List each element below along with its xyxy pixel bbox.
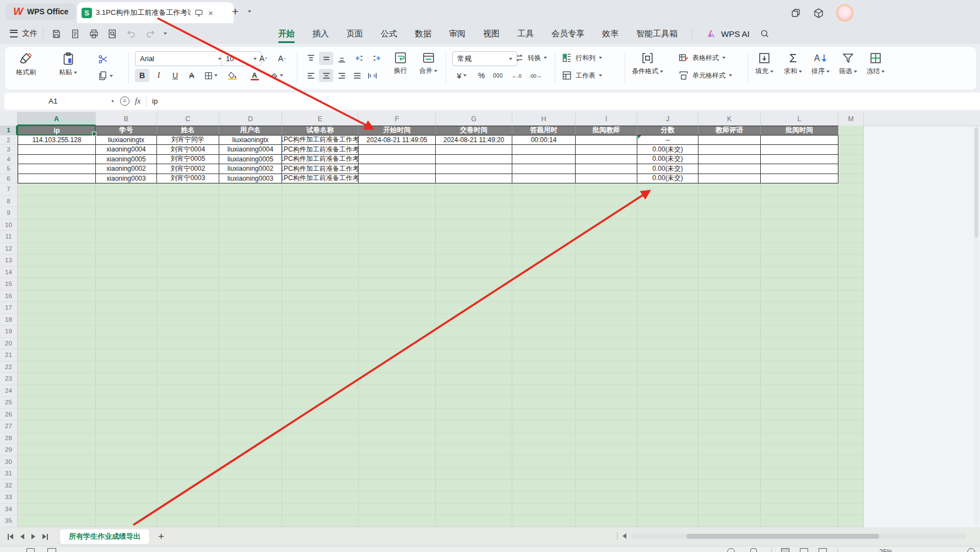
cell-G15[interactable] xyxy=(436,278,512,290)
cell-J11[interactable] xyxy=(637,231,699,243)
cell-G11[interactable] xyxy=(436,231,512,243)
cell-B3[interactable]: xiaoning0004 xyxy=(96,145,157,155)
cell-I25[interactable] xyxy=(576,397,637,409)
cell-A32[interactable] xyxy=(18,480,96,492)
cell-E31[interactable] xyxy=(282,468,359,480)
row-header-14[interactable]: 14 xyxy=(0,267,18,279)
row-header-16[interactable]: 16 xyxy=(0,290,18,302)
row-header-28[interactable]: 28 xyxy=(0,432,18,445)
cell-A11[interactable] xyxy=(18,231,96,243)
cell-G24[interactable] xyxy=(436,385,512,397)
cell-A22[interactable] xyxy=(18,361,96,374)
cell-G25[interactable] xyxy=(436,397,512,409)
row-header-21[interactable]: 21 xyxy=(0,349,18,361)
cell-K30[interactable] xyxy=(699,456,761,468)
cell-C17[interactable] xyxy=(157,302,219,314)
cell-H29[interactable] xyxy=(512,444,576,456)
cell-E30[interactable] xyxy=(282,456,359,468)
align-right-icon[interactable] xyxy=(334,69,349,82)
cell-I34[interactable] xyxy=(576,504,637,516)
cell-B14[interactable] xyxy=(96,267,157,279)
cell-A24[interactable] xyxy=(18,385,96,397)
cell-D26[interactable] xyxy=(219,409,282,421)
cell-H20[interactable] xyxy=(512,338,576,350)
row-header-8[interactable]: 8 xyxy=(0,196,18,208)
cell-B1[interactable]: 学号 xyxy=(96,126,157,136)
cell-J24[interactable] xyxy=(637,385,699,397)
decrease-indent-icon[interactable] xyxy=(352,52,366,65)
cell-C11[interactable] xyxy=(157,231,219,243)
cell-C30[interactable] xyxy=(157,456,219,468)
cell-B19[interactable] xyxy=(96,326,157,338)
sum-button[interactable]: Σ 求和 xyxy=(784,51,802,76)
cell-C19[interactable] xyxy=(157,326,219,338)
cell-L34[interactable] xyxy=(761,504,838,516)
select-all-corner[interactable] xyxy=(0,112,18,126)
cell-H22[interactable] xyxy=(512,361,576,374)
cell-B18[interactable] xyxy=(96,314,157,326)
zoom-level[interactable]: 25% xyxy=(879,548,892,552)
cell-F26[interactable] xyxy=(359,409,436,421)
cell-I4[interactable] xyxy=(576,155,637,165)
cell-H11[interactable] xyxy=(512,231,576,243)
cell-I18[interactable] xyxy=(576,314,637,326)
row-header-12[interactable]: 12 xyxy=(0,243,18,255)
cell-M5[interactable] xyxy=(838,164,864,174)
cell-E21[interactable] xyxy=(282,349,359,361)
menu-tab-效率[interactable]: 效率 xyxy=(593,23,627,44)
view-break-icon[interactable] xyxy=(819,548,827,552)
cell-H33[interactable] xyxy=(512,491,576,504)
cell-B8[interactable] xyxy=(96,196,157,208)
align-center-icon[interactable] xyxy=(319,69,333,82)
cell-B26[interactable] xyxy=(96,409,157,421)
cell-C5[interactable]: 刘宵宁0002 xyxy=(157,164,219,174)
cell-E24[interactable] xyxy=(282,385,359,397)
cell-M4[interactable] xyxy=(838,155,864,165)
cell-F28[interactable] xyxy=(359,432,436,445)
cell-J12[interactable] xyxy=(637,243,699,255)
cell-F7[interactable] xyxy=(359,183,436,196)
cell-B31[interactable] xyxy=(96,468,157,480)
cell-L20[interactable] xyxy=(761,338,838,350)
cell-M15[interactable] xyxy=(838,278,864,290)
cell-C34[interactable] xyxy=(157,504,219,516)
cell-E2[interactable]: 3.1PC构件加工前准备工作考试 xyxy=(282,136,359,145)
cell-L15[interactable] xyxy=(761,278,838,290)
underline-button[interactable]: U xyxy=(168,69,182,82)
column-header-G[interactable]: G xyxy=(436,112,512,126)
cell-I3[interactable] xyxy=(576,145,637,155)
cell-M31[interactable] xyxy=(838,468,864,480)
increase-decimal-button[interactable]: .00→ xyxy=(528,69,543,82)
row-header-24[interactable]: 24 xyxy=(0,385,18,397)
cell-A34[interactable] xyxy=(18,504,96,516)
cell-D8[interactable] xyxy=(219,196,282,208)
currency-format-button[interactable]: ¥ xyxy=(452,69,471,82)
column-header-I[interactable]: I xyxy=(576,112,637,126)
column-header-E[interactable]: E xyxy=(282,112,359,126)
row-header-29[interactable]: 29 xyxy=(0,444,18,456)
cell-C1[interactable]: 姓名 xyxy=(157,126,219,136)
cell-K29[interactable] xyxy=(699,444,761,456)
cell-D12[interactable] xyxy=(219,243,282,255)
cell-I10[interactable] xyxy=(576,219,637,231)
cell-F3[interactable] xyxy=(359,145,436,155)
cell-B16[interactable] xyxy=(96,290,157,302)
cell-I21[interactable] xyxy=(576,349,637,361)
cell-B28[interactable] xyxy=(96,432,157,445)
cell-M10[interactable] xyxy=(838,219,864,231)
cell-B29[interactable] xyxy=(96,444,157,456)
cell-F25[interactable] xyxy=(359,397,436,409)
cell-F15[interactable] xyxy=(359,278,436,290)
cell-C35[interactable] xyxy=(157,515,219,527)
cell-H25[interactable] xyxy=(512,397,576,409)
row-header-9[interactable]: 9 xyxy=(0,207,18,219)
cell-A23[interactable] xyxy=(18,373,96,385)
cell-A33[interactable] xyxy=(18,491,96,504)
cell-I17[interactable] xyxy=(576,302,637,314)
cell-E14[interactable] xyxy=(282,267,359,279)
cell-M17[interactable] xyxy=(838,302,864,314)
cell-A28[interactable] xyxy=(18,432,96,445)
cell-L1[interactable]: 批阅时间 xyxy=(761,126,838,136)
search-icon[interactable] xyxy=(760,29,770,39)
cell-H16[interactable] xyxy=(512,290,576,302)
